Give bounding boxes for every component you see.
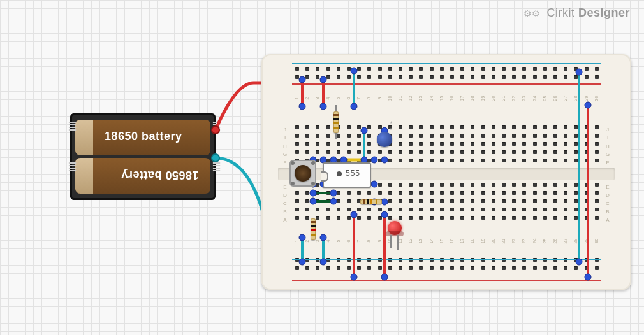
row-labels-top-right: JIHGF bbox=[603, 125, 612, 167]
row-labels-bot-left: EDCBA bbox=[281, 183, 289, 224]
canvas: ⚙⚙ Cirkit Designer 18650 battery 18650 b… bbox=[0, 0, 644, 335]
spring-icon: ≣ bbox=[68, 164, 74, 190]
gear-icon: ⚙⚙ bbox=[523, 8, 541, 18]
brand-text-light: Cirkit bbox=[546, 6, 574, 19]
battery-cell-bottom: 18650 battery bbox=[75, 158, 210, 194]
breadboard[interactable]: JIHGF JIHGF EDCBA EDCBA 1234567891011121… bbox=[261, 54, 631, 290]
watermark-brand: ⚙⚙ Cirkit Designer bbox=[523, 6, 630, 20]
capacitor-electrolytic[interactable]: 100 μF bbox=[377, 132, 392, 147]
ic-label: 555 bbox=[337, 169, 360, 178]
battery-label: 18650 battery bbox=[121, 168, 199, 182]
battery-holder-2x18650[interactable]: 18650 battery 18650 battery ≣ ≣ ≣ ≣ bbox=[70, 113, 216, 200]
rail-line-top-pos bbox=[292, 83, 601, 85]
brand-text-bold: Designer bbox=[578, 6, 630, 19]
capacitor-marking: 100 μF bbox=[389, 121, 393, 133]
dip-notch-icon bbox=[321, 171, 328, 182]
spring-icon: ≣ bbox=[68, 124, 74, 149]
led-red[interactable] bbox=[388, 221, 402, 235]
col-labels-top: 1234567891011121314151617181920212223242… bbox=[293, 96, 599, 103]
battery-label: 18650 battery bbox=[105, 130, 182, 143]
resistor-r1[interactable] bbox=[333, 111, 339, 133]
resistor-r2[interactable] bbox=[360, 199, 382, 204]
ic-555-timer[interactable]: 555 bbox=[323, 162, 371, 188]
led-flange-icon bbox=[386, 231, 404, 236]
row-labels-top-left: JIHGF bbox=[281, 125, 289, 167]
spring-icon: ≣ bbox=[212, 124, 218, 149]
col-labels-bottom: 1234567891011121314151617181920212223242… bbox=[293, 239, 599, 245]
row-labels-bot-right: EDCBA bbox=[603, 183, 612, 224]
spring-icon: ≣ bbox=[212, 164, 218, 190]
push-button[interactable] bbox=[289, 160, 316, 187]
rail-line-bot-neg bbox=[292, 259, 601, 260]
button-cap-icon bbox=[295, 165, 311, 182]
battery-cell-top: 18650 battery bbox=[75, 120, 210, 155]
resistor-r3[interactable] bbox=[311, 218, 316, 240]
rail-line-bot-pos bbox=[292, 280, 601, 281]
